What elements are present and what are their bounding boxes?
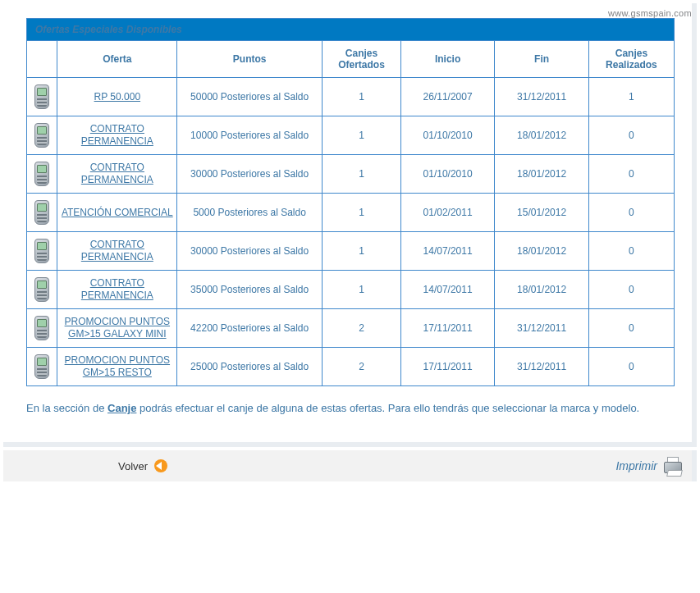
phone-icon — [34, 316, 49, 340]
row-puntos-cell: 30000 Posteriores al Saldo — [177, 232, 323, 271]
offer-link[interactable]: PROMOCION PUNTOS GM>15 RESTO — [61, 354, 173, 379]
watermark-text: www.gsmspain.com — [608, 8, 692, 18]
back-label: Volver — [118, 460, 148, 472]
header-oferta: Oferta — [57, 41, 177, 78]
table-row: ATENCIÓN COMERCIAL5000 Posteriores al Sa… — [27, 194, 675, 232]
row-inicio-cell: 14/07/2011 — [400, 232, 494, 271]
offer-link[interactable]: CONTRATO PERMANENCIA — [61, 239, 173, 263]
main-panel: Ofertas Especiales Disponibles Oferta Pu… — [3, 3, 697, 447]
header-puntos: Puntos — [177, 41, 323, 78]
row-oferta-cell: ATENCIÓN COMERCIAL — [57, 194, 177, 232]
info-prefix: En la sección de — [26, 402, 108, 414]
offer-link[interactable]: CONTRATO PERMANENCIA — [61, 277, 173, 302]
row-inicio-cell: 14/07/2011 — [400, 271, 494, 309]
table-row: CONTRATO PERMANENCIA30000 Posteriores al… — [27, 232, 675, 271]
header-icon — [27, 41, 57, 78]
row-oferta-cell: PROMOCION PUNTOS GM>15 RESTO — [57, 348, 177, 386]
table-row: CONTRATO PERMANENCIA10000 Posteriores al… — [27, 116, 675, 155]
row-fin-cell: 15/01/2012 — [495, 194, 588, 232]
footer-bar: Volver Imprimir — [3, 450, 697, 481]
offers-table: Ofertas Especiales Disponibles Oferta Pu… — [26, 18, 675, 386]
row-inicio-cell: 01/10/2010 — [400, 116, 494, 155]
row-puntos-cell: 35000 Posteriores al Saldo — [177, 271, 323, 309]
table-row: PROMOCION PUNTOS GM>15 RESTO25000 Poster… — [27, 348, 675, 386]
phone-icon — [34, 84, 49, 109]
row-icon-cell — [27, 155, 57, 194]
offer-link[interactable]: ATENCIÓN COMERCIAL — [62, 207, 173, 219]
row-canjes-ofertados-cell: 1 — [323, 78, 401, 116]
row-canjes-realizados-cell: 0 — [588, 348, 674, 386]
phone-icon — [34, 354, 49, 379]
row-oferta-cell: CONTRATO PERMANENCIA — [57, 116, 177, 155]
row-inicio-cell: 17/11/2011 — [400, 309, 494, 348]
row-canjes-realizados-cell: 1 — [588, 78, 674, 116]
row-fin-cell: 18/01/2012 — [495, 271, 588, 309]
row-fin-cell: 31/12/2011 — [495, 348, 588, 386]
row-inicio-cell: 01/10/2010 — [400, 155, 494, 194]
row-oferta-cell: PROMOCION PUNTOS GM>15 GALAXY MINI — [57, 309, 177, 348]
row-puntos-cell: 10000 Posteriores al Saldo — [177, 116, 323, 155]
print-button[interactable]: Imprimir — [615, 457, 684, 475]
row-canjes-realizados-cell: 0 — [588, 232, 674, 271]
header-fin: Fin — [495, 41, 588, 78]
phone-icon — [34, 239, 49, 263]
back-button[interactable]: Volver — [11, 459, 167, 472]
header-canjes-ofertados: Canjes Ofertados — [323, 41, 401, 78]
table-row: CONTRATO PERMANENCIA35000 Posteriores al… — [27, 271, 675, 309]
row-canjes-realizados-cell: 0 — [588, 309, 674, 348]
offer-link[interactable]: CONTRATO PERMANENCIA — [61, 162, 173, 186]
row-icon-cell — [27, 309, 57, 348]
table-row: PROMOCION PUNTOS GM>15 GALAXY MINI42200 … — [27, 309, 675, 348]
row-icon-cell — [27, 271, 57, 309]
row-oferta-cell: RP 50.000 — [57, 78, 177, 116]
row-puntos-cell: 5000 Posteriores al Saldo — [177, 194, 323, 232]
row-icon-cell — [27, 232, 57, 271]
row-icon-cell — [27, 348, 57, 386]
canje-link[interactable]: Canje — [108, 402, 136, 414]
row-canjes-ofertados-cell: 1 — [323, 155, 401, 194]
phone-icon — [34, 200, 49, 225]
row-canjes-ofertados-cell: 2 — [323, 309, 401, 348]
phone-icon — [34, 277, 49, 302]
row-oferta-cell: CONTRATO PERMANENCIA — [57, 155, 177, 194]
row-canjes-realizados-cell: 0 — [588, 116, 674, 155]
print-label: Imprimir — [615, 459, 657, 472]
row-inicio-cell: 26/11/2007 — [400, 78, 494, 116]
row-puntos-cell: 30000 Posteriores al Saldo — [177, 155, 323, 194]
info-text: En la sección de Canje podrás efectuar e… — [26, 401, 674, 416]
row-canjes-realizados-cell: 0 — [588, 155, 674, 194]
header-inicio: Inicio — [400, 41, 494, 78]
row-fin-cell: 18/01/2012 — [495, 155, 588, 194]
back-arrow-icon — [154, 459, 167, 472]
header-canjes-realizados: Canjes Realizados — [588, 41, 674, 78]
row-fin-cell: 18/01/2012 — [495, 116, 588, 155]
row-puntos-cell: 42200 Posteriores al Saldo — [177, 309, 323, 348]
row-fin-cell: 18/01/2012 — [495, 232, 588, 271]
table-row: CONTRATO PERMANENCIA30000 Posteriores al… — [27, 155, 675, 194]
row-icon-cell — [27, 116, 57, 155]
row-icon-cell — [27, 78, 57, 116]
printer-icon — [662, 457, 684, 475]
info-suffix: podrás efectuar el canje de alguna de es… — [136, 402, 639, 414]
row-canjes-ofertados-cell: 2 — [323, 348, 401, 386]
row-puntos-cell: 50000 Posteriores al Saldo — [177, 78, 323, 116]
row-oferta-cell: CONTRATO PERMANENCIA — [57, 232, 177, 271]
row-canjes-ofertados-cell: 1 — [323, 194, 401, 232]
table-header-row: Oferta Puntos Canjes Ofertados Inicio Fi… — [27, 41, 675, 78]
row-canjes-realizados-cell: 0 — [588, 194, 674, 232]
row-canjes-ofertados-cell: 1 — [323, 232, 401, 271]
row-icon-cell — [27, 194, 57, 232]
row-fin-cell: 31/12/2011 — [495, 78, 588, 116]
row-puntos-cell: 25000 Posteriores al Saldo — [177, 348, 323, 386]
row-inicio-cell: 17/11/2011 — [400, 348, 494, 386]
offer-link[interactable]: PROMOCION PUNTOS GM>15 GALAXY MINI — [61, 316, 173, 340]
row-oferta-cell: CONTRATO PERMANENCIA — [57, 271, 177, 309]
row-canjes-realizados-cell: 0 — [588, 271, 674, 309]
row-canjes-ofertados-cell: 1 — [323, 271, 401, 309]
row-inicio-cell: 01/02/2011 — [400, 194, 494, 232]
offer-link[interactable]: CONTRATO PERMANENCIA — [61, 123, 173, 148]
row-fin-cell: 31/12/2011 — [495, 309, 588, 348]
phone-icon — [34, 123, 49, 148]
table-title: Ofertas Especiales Disponibles — [27, 19, 675, 41]
offer-link[interactable]: RP 50.000 — [94, 91, 141, 103]
